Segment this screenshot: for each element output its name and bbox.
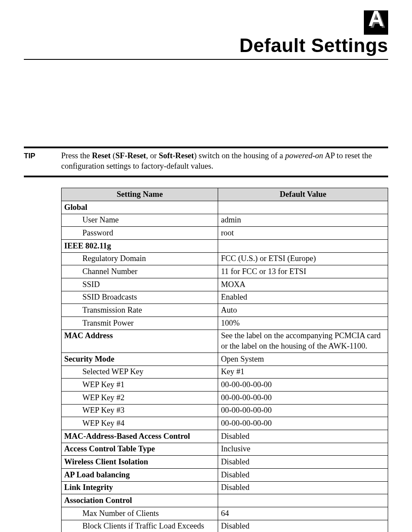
tip-bold-soft: Soft-Reset (159, 151, 194, 160)
setting-name-cell: Global (62, 201, 218, 214)
default-value-cell: Inclusive (218, 443, 388, 456)
default-value-cell: Auto (218, 304, 388, 317)
page-title: Default Settings (24, 35, 388, 59)
tip-bold-sf: SF-Reset (115, 151, 146, 160)
default-value-cell: Open System (218, 353, 388, 366)
table-row: SSIDMOXA (62, 278, 388, 291)
setting-name-cell: Association Control (62, 494, 218, 507)
table-row: Passwordroot (62, 227, 388, 240)
table-row: Association Control (62, 494, 388, 507)
default-value-cell: Key #1 (218, 366, 388, 379)
setting-name-cell: Regulatory Domain (62, 252, 218, 265)
table-row: WEP Key #300-00-00-00-00 (62, 404, 388, 417)
table-row: Wireless Client IsolationDisabled (62, 456, 388, 469)
table-row: Selected WEP KeyKey #1 (62, 366, 388, 379)
default-value-cell: Disabled (218, 456, 388, 469)
setting-name-cell: WEP Key #2 (62, 392, 218, 405)
tip-fragment: ) switch on the housing of a (194, 151, 285, 160)
table-header-row: Setting Name Default Value (62, 188, 388, 201)
default-value-cell: See the label on the accompanying PCMCIA… (218, 330, 388, 352)
setting-name-cell: Channel Number (62, 265, 218, 278)
settings-table: Setting Name Default Value GlobalUser Na… (61, 188, 388, 532)
setting-name-cell: WEP Key #3 (62, 404, 218, 417)
col-header-default: Default Value (218, 188, 388, 201)
default-value-cell: MOXA (218, 278, 388, 291)
settings-table-wrap: Setting Name Default Value GlobalUser Na… (61, 188, 388, 532)
table-row: IEEE 802.11g (62, 240, 388, 253)
table-row: Regulatory DomainFCC (U.S.) or ETSI (Eur… (62, 252, 388, 265)
appendix-letter: A (368, 6, 384, 31)
appendix-badge: A A (364, 10, 388, 35)
table-row: WEP Key #100-00-00-00-00 (62, 379, 388, 392)
table-row: Block Clients if Traffic Load ExceedsDis… (62, 520, 388, 532)
table-row: SSID BroadcastsEnabled (62, 291, 388, 304)
tip-fragment: ( (111, 151, 115, 160)
tip-text: Press the Reset (SF-Reset, or Soft-Reset… (61, 151, 388, 171)
default-value-cell: Disabled (218, 481, 388, 494)
table-row: User Nameadmin (62, 214, 388, 227)
col-header-setting: Setting Name (62, 188, 218, 201)
setting-name-cell: Security Mode (62, 353, 218, 366)
tip-bold-reset: Reset (92, 151, 111, 160)
tip-italic-powered: powered-on (285, 151, 323, 160)
setting-name-cell: Selected WEP Key (62, 366, 218, 379)
table-row: WEP Key #400-00-00-00-00 (62, 417, 388, 430)
setting-name-cell: WEP Key #4 (62, 417, 218, 430)
setting-name-cell: Password (62, 227, 218, 240)
setting-name-cell: Access Control Table Type (62, 443, 218, 456)
table-row: Channel Number11 for FCC or 13 for ETSI (62, 265, 388, 278)
default-value-cell: root (218, 227, 388, 240)
setting-name-cell: AP Load balancing (62, 469, 218, 482)
table-row: MAC AddressSee the label on the accompan… (62, 330, 388, 352)
default-value-cell (218, 494, 388, 507)
setting-name-cell: SSID (62, 278, 218, 291)
tip-fragment: , or (146, 151, 159, 160)
table-row: MAC-Address-Based Access ControlDisabled (62, 430, 388, 443)
default-value-cell: 00-00-00-00-00 (218, 417, 388, 430)
default-value-cell: 64 (218, 507, 388, 520)
default-value-cell (218, 240, 388, 253)
table-row: Transmit Power100% (62, 317, 388, 330)
default-value-cell: Disabled (218, 520, 388, 532)
tip-fragment: Press the (61, 151, 92, 160)
default-value-cell: Disabled (218, 469, 388, 482)
tip-label: TIP (24, 151, 61, 171)
table-row: Access Control Table TypeInclusive (62, 443, 388, 456)
title-rule (24, 59, 388, 60)
setting-name-cell: Link Integrity (62, 481, 218, 494)
default-value-cell: 00-00-00-00-00 (218, 404, 388, 417)
default-value-cell: 00-00-00-00-00 (218, 392, 388, 405)
default-value-cell: 100% (218, 317, 388, 330)
setting-name-cell: SSID Broadcasts (62, 291, 218, 304)
default-value-cell: admin (218, 214, 388, 227)
default-value-cell (218, 201, 388, 214)
setting-name-cell: Transmit Power (62, 317, 218, 330)
setting-name-cell: MAC-Address-Based Access Control (62, 430, 218, 443)
setting-name-cell: Block Clients if Traffic Load Exceeds (62, 520, 218, 532)
table-row: Link IntegrityDisabled (62, 481, 388, 494)
table-row: AP Load balancingDisabled (62, 469, 388, 482)
table-row: WEP Key #200-00-00-00-00 (62, 392, 388, 405)
default-value-cell: 11 for FCC or 13 for ETSI (218, 265, 388, 278)
default-value-cell: Enabled (218, 291, 388, 304)
setting-name-cell: Wireless Client Isolation (62, 456, 218, 469)
setting-name-cell: IEEE 802.11g (62, 240, 218, 253)
default-value-cell: 00-00-00-00-00 (218, 379, 388, 392)
setting-name-cell: User Name (62, 214, 218, 227)
setting-name-cell: Max Number of Clients (62, 507, 218, 520)
table-row: Global (62, 201, 388, 214)
setting-name-cell: Transmission Rate (62, 304, 218, 317)
page: A A Default Settings TIP Press the Reset… (0, 0, 412, 532)
table-row: Security ModeOpen System (62, 353, 388, 366)
table-row: Transmission RateAuto (62, 304, 388, 317)
setting-name-cell: WEP Key #1 (62, 379, 218, 392)
setting-name-cell: MAC Address (62, 330, 218, 352)
default-value-cell: FCC (U.S.) or ETSI (Europe) (218, 252, 388, 265)
default-value-cell: Disabled (218, 430, 388, 443)
table-row: Max Number of Clients64 (62, 507, 388, 520)
tip-box: TIP Press the Reset (SF-Reset, or Soft-R… (24, 147, 388, 177)
